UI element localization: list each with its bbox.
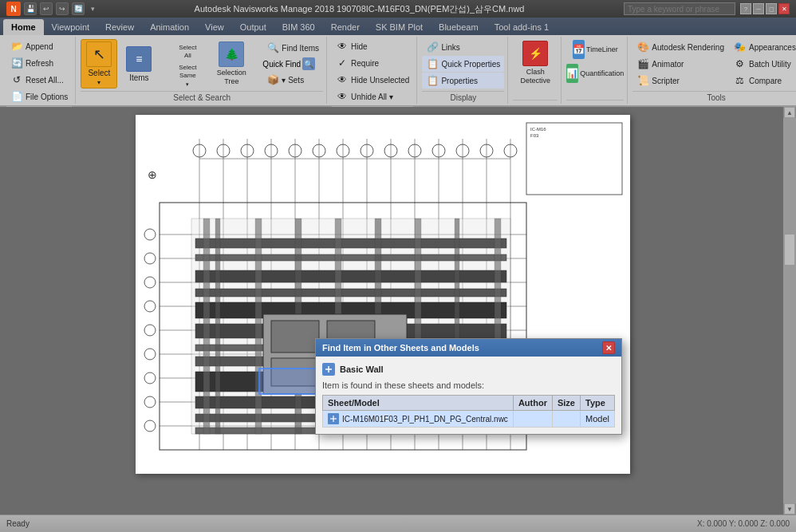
tab-bluebeam[interactable]: Bluebeam <box>431 19 487 35</box>
select-btn[interactable]: ↖ Select ▾ <box>81 39 117 89</box>
quick-find-icon[interactable]: 🔍 <box>302 57 315 70</box>
select-dropdown-arrow: ▾ <box>97 79 100 86</box>
tab-bim360[interactable]: BIM 360 <box>274 19 323 35</box>
sync-qa-btn[interactable]: 🔄 <box>72 2 85 15</box>
help-btn[interactable]: ? <box>740 3 751 14</box>
timeliner-group-label <box>566 100 624 102</box>
select-all-label: SelectAll <box>179 44 196 59</box>
scroll-track[interactable] <box>783 118 796 503</box>
append-btn[interactable]: 📂 Append <box>6 38 72 54</box>
col-size: Size <box>552 396 580 411</box>
select-same-btn[interactable]: SelectSame ▾ <box>167 65 207 87</box>
quick-find-label: Quick Find <box>262 60 301 69</box>
table-row[interactable]: IC-M16M01F03_PI_PH1_DN_PG_Central.nwc Mo… <box>323 411 615 428</box>
clash-group-label <box>513 100 558 102</box>
svg-rect-31 <box>195 270 506 282</box>
autodesk-rendering-btn[interactable]: 🎨 Autodesk Rendering <box>632 39 728 55</box>
tab-tooladdins[interactable]: Tool add-ins 1 <box>487 19 558 35</box>
timeliner-btn[interactable]: 📅 TimeLiner <box>573 38 617 61</box>
ribbon-group-display: 🔗 Links 📋 Quick Properties 📋 Properties … <box>419 37 508 104</box>
quantification-btn[interactable]: 📊 Quantification <box>566 62 624 85</box>
animator-btn[interactable]: 🎬 Animator <box>632 56 728 72</box>
file-options-btn[interactable]: 📄 File Options <box>6 89 72 104</box>
dialog-item-name: Basic Wall <box>340 365 384 374</box>
selection-tree-btn[interactable]: 🌲 SelectionTree <box>211 39 252 89</box>
unhide-all-btn[interactable]: 👁 Unhide All ▾ <box>332 89 413 104</box>
ribbon-group-tools: 🎨 Autodesk Rendering 🎬 Animator 📜 Script… <box>629 37 796 104</box>
tab-home[interactable]: Home <box>3 19 44 35</box>
compare-btn[interactable]: ⚖ Compare <box>730 73 796 89</box>
batch-utility-btn[interactable]: ⚙ Batch Utility <box>730 56 796 72</box>
close-btn[interactable]: ✕ <box>778 3 790 14</box>
tab-render[interactable]: Render <box>323 19 368 35</box>
tab-view[interactable]: View <box>197 19 232 35</box>
select-all-btn[interactable]: SelectAll <box>167 41 207 63</box>
tools-group-label: Tools <box>632 91 796 102</box>
links-btn[interactable]: 🔗 Links <box>422 39 504 55</box>
appearances-btn[interactable]: 🎭 Appearances <box>730 39 796 55</box>
ribbon-group-select-search: ↖ Select ▾ ≡ Items SelectAll SelectSame … <box>77 37 327 104</box>
scripter-icon: 📜 <box>636 74 649 87</box>
items-btn[interactable]: ≡ Items <box>120 39 157 89</box>
ribbon-group-project: 📂 Append 🔄 Refresh ↺ Reset All... 📄 File… <box>3 37 76 104</box>
svg-rect-29 <box>195 238 506 248</box>
display-col: 🔗 Links 📋 Quick Properties 📋 Properties <box>422 39 504 89</box>
dialog-table: Sheet/Model Author Size Type <box>322 395 615 428</box>
sets-icon: 📦 <box>266 73 279 86</box>
svg-rect-42 <box>215 219 220 434</box>
batch-icon: ⚙ <box>734 57 747 70</box>
refresh-btn[interactable]: 🔄 Refresh <box>6 55 72 71</box>
ribbon-group-clash: ⚡ ClashDetective <box>510 37 562 104</box>
restore-btn[interactable]: ◻ <box>766 3 777 14</box>
links-icon: 🔗 <box>426 41 439 53</box>
quick-properties-btn[interactable]: 📋 Quick Properties <box>422 56 504 72</box>
hide-unselected-btn[interactable]: 👁 Hide Unselected <box>332 72 413 88</box>
svg-rect-43 <box>255 219 262 434</box>
title-bar-left: N 💾 ↩ ↪ 🔄 ▾ <box>6 2 95 16</box>
svg-text:⊕: ⊕ <box>148 168 157 181</box>
tab-animation[interactable]: Animation <box>142 19 197 35</box>
row-icon <box>328 413 339 424</box>
save-qa-btn[interactable]: 💾 <box>24 2 37 15</box>
status-coords: X: 0.000 Y: 0.000 Z: 0.000 <box>697 519 790 528</box>
scroll-up-btn[interactable]: ▲ <box>784 107 795 118</box>
display-group-label: Display <box>422 91 504 102</box>
hide-btn[interactable]: 👁 Hide <box>332 38 413 54</box>
clash-icon: ⚡ <box>522 41 548 66</box>
quantification-label: Quantification <box>580 69 624 77</box>
tab-output[interactable]: Output <box>232 19 274 35</box>
select-search-content: ↖ Select ▾ ≡ Items SelectAll SelectSame … <box>81 38 323 89</box>
dialog-item-icon <box>322 363 335 376</box>
clash-detective-btn[interactable]: ⚡ ClashDetective <box>513 38 558 88</box>
search-field[interactable] <box>624 2 735 15</box>
cell-author <box>513 411 552 428</box>
scripter-btn[interactable]: 📜 Scripter <box>632 73 728 89</box>
undo-qa-btn[interactable]: ↩ <box>40 2 53 15</box>
tab-review[interactable]: Review <box>97 19 142 35</box>
reset-icon: ↺ <box>10 73 23 86</box>
viewport-scrollbar[interactable]: ▲ ▼ <box>783 107 796 514</box>
scroll-down-btn[interactable]: ▼ <box>784 503 795 514</box>
title-bar-title: Autodesk Navisworks Manage 2018 190708IC… <box>95 3 624 15</box>
quick-find-row: Quick Find 🔍 <box>262 57 323 70</box>
scroll-thumb[interactable] <box>784 234 795 266</box>
dialog-close-btn[interactable]: ✕ <box>602 341 615 354</box>
properties-btn[interactable]: 📋 Properties <box>422 73 504 89</box>
dialog-title-bar: Find Item in Other Sheets and Models ✕ <box>316 339 621 357</box>
ribbon-group-visibility: 👁 Hide ✓ Require 👁 Hide Unselected 👁 Unh… <box>329 37 417 104</box>
minimize-btn[interactable]: ─ <box>753 3 764 14</box>
sets-btn[interactable]: 📦 ▾ Sets <box>262 72 323 88</box>
title-bar-right: ? ─ ◻ ✕ <box>624 2 790 15</box>
find-col: 🔍 Find Items Quick Find 🔍 📦 ▾ Sets <box>262 40 323 88</box>
select-same-arrow: ▾ <box>186 81 189 88</box>
tab-skbimplot[interactable]: SK BIM Plot <box>368 19 431 35</box>
status-right: X: 0.000 Y: 0.000 Z: 0.000 <box>697 519 790 528</box>
reset-all-btn[interactable]: ↺ Reset All... <box>6 72 72 88</box>
col-author: Author <box>513 396 552 411</box>
tab-viewpoint[interactable]: Viewpoint <box>44 19 98 35</box>
svg-rect-32 <box>195 289 506 297</box>
app-icon: N <box>6 2 21 16</box>
redo-qa-btn[interactable]: ↪ <box>56 2 69 15</box>
find-items-btn[interactable]: 🔍 Find Items <box>262 40 323 56</box>
require-btn[interactable]: ✓ Require <box>332 55 413 71</box>
